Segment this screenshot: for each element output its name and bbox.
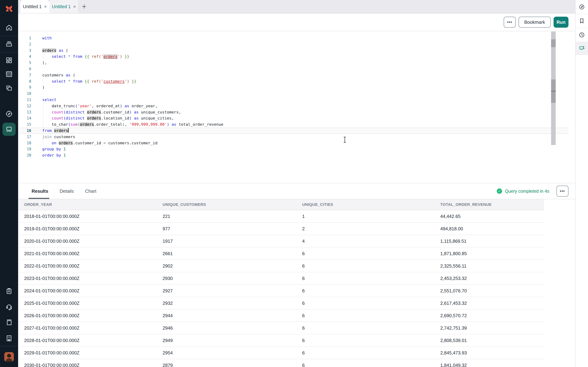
tab-label: Untitled 1 [23,4,42,9]
sidebar-item-collections[interactable] [0,38,18,50]
table-row[interactable]: 2023-01-01T00:00:00.000Z293062,453,253.3… [18,272,544,285]
table-cell: 2021-01-01T00:00:00.000Z [24,251,163,256]
bookmark-icon[interactable] [576,14,588,28]
code-line[interactable]: 19group by 1 [18,146,575,152]
new-tab-button[interactable] [79,0,89,13]
results-tab-chart[interactable]: Chart [85,183,96,199]
code-line[interactable]: 1with [18,35,575,41]
code-line[interactable]: 9) [18,84,575,91]
history-clock-icon[interactable] [576,28,588,42]
sidebar-item-support[interactable] [0,300,18,313]
table-cell: 2930 [163,276,302,281]
table-cell: 2927 [163,288,302,293]
code-line[interactable]: 2 [18,41,575,48]
tab-untitled-2[interactable]: Untitled 1 × [49,0,78,13]
table-row[interactable]: 2022-01-01T00:00:00.000Z290262,325,556.1… [18,260,544,272]
code-text: with [31,36,52,40]
code-line[interactable]: 16from orders [18,128,569,134]
mouse-ibeam-cursor [343,136,346,144]
results-tab-results[interactable]: Results [32,183,48,199]
line-number: 2 [18,41,31,48]
sidebar-item-home[interactable] [0,21,18,34]
table-row[interactable]: 2025-01-01T00:00:00.000Z293262,617,453.3… [18,297,544,309]
table-cell: 2944 [163,313,302,318]
code-line[interactable]: 10 [18,91,575,97]
table-row[interactable]: 2029-01-01T00:00:00.000Z295462,845,473.9… [18,347,544,359]
code-line[interactable]: 12 date_trunc('year', ordered_at) as ord… [18,103,575,109]
code-text: orders as ( [31,48,68,53]
sidebar-item-components[interactable] [0,68,18,81]
explore-compass-icon[interactable] [576,0,588,14]
table-row[interactable]: 2019-01-01T00:00:00.000Z9772494,818.00 [18,223,544,235]
sidebar-item-organization[interactable] [0,332,18,345]
column-header: TOTAL_ORDER_REVENUE [440,202,544,207]
close-icon[interactable]: × [44,4,47,9]
column-header: UNIQUE_CUSTOMERS [163,202,302,207]
sidebar-item-docs[interactable] [0,316,18,329]
code-text: order by 1 [31,153,66,158]
code-line[interactable]: 3orders as ( [18,48,575,54]
code-line[interactable]: 13 count(distinct orders.customer_id) as… [18,109,575,116]
table-row[interactable]: 2028-01-01T00:00:00.000Z294962,808,539.0… [18,334,544,347]
code-line[interactable]: 14 count(distinct orders.location_id) as… [18,115,575,121]
code-line[interactable]: 17join customers [18,134,575,140]
table-cell: 1,871,800.85 [440,251,544,256]
cell-more-button[interactable]: ••• [504,17,516,28]
code-text: customers as ( [31,73,75,77]
code-line[interactable]: 7customers as ( [18,72,575,78]
results-tab-details[interactable]: Details [60,183,74,199]
code-text: select * from {{ ref('orders') }} [31,54,129,59]
close-icon[interactable]: × [73,4,76,9]
code-line[interactable]: 5), [18,60,575,66]
table-cell: 6 [302,313,440,318]
line-number: 14 [18,115,31,121]
table-row[interactable]: 2026-01-01T00:00:00.000Z294462,690,570.7… [18,309,544,322]
results-more-button[interactable]: ••• [556,186,569,197]
table-cell: 494,818.00 [440,226,544,231]
table-cell: 44,442.65 [440,214,544,219]
table-row[interactable]: 2027-01-01T00:00:00.000Z294662,742,751.3… [18,322,544,334]
page-scrollbar[interactable] [551,32,556,145]
sidebar-item-notebook-active[interactable] [2,123,16,136]
table-row[interactable]: 2030-01-01T00:00:00.000Z287961,841,049.3… [18,359,544,367]
code-text: count(distinct orders.location_id) as un… [31,116,174,120]
left-sidebar [0,0,18,367]
table-cell: 2902 [163,263,302,269]
bookmark-button[interactable]: Bookmark [519,17,551,28]
table-cell: 2026-01-01T00:00:00.000Z [24,313,163,318]
code-line[interactable]: 18 on orders.customer_id = customers.cus… [18,140,575,146]
line-number: 16 [18,128,31,134]
table-cell: 4 [302,239,440,244]
table-row[interactable]: 2020-01-01T00:00:00.000Z191741,115,869.5… [18,235,544,248]
sidebar-item-apps[interactable] [0,82,18,94]
code-line[interactable]: 8 select * from {{ ref('customers') }} [18,78,575,84]
code-line[interactable]: 6 [18,66,575,72]
query-status: ✓ Query completed in 4s ••• [497,186,569,197]
table-cell: 6 [302,288,440,293]
sql-editor[interactable]: 1with23orders as (4 select * from {{ ref… [18,31,575,183]
ai-chat-sparkles-icon[interactable] [576,42,588,55]
table-cell: 6 [302,301,440,306]
run-button[interactable]: Run [553,17,569,28]
table-row[interactable]: 2018-01-01T00:00:00.000Z221144,442.65 [18,210,544,223]
code-line[interactable]: 20order by 1 [18,152,575,158]
code-line[interactable]: 4 select * from {{ ref('orders') }} [18,54,575,60]
scrollbar-segment[interactable] [551,39,556,47]
sidebar-item-changelog[interactable] [0,285,18,298]
user-avatar[interactable] [4,352,14,362]
code-line[interactable]: 15 to_char(sum(orders.order_total), '999… [18,121,575,128]
text-caret [68,128,69,133]
line-number: 5 [18,60,31,66]
table-row[interactable]: 2021-01-01T00:00:00.000Z266161,871,800.8… [18,248,544,260]
hex-logo-icon[interactable] [5,5,14,14]
table-cell: 2,325,556.11 [440,263,544,269]
table-cell: 2020-01-01T00:00:00.000Z [24,239,163,244]
tab-untitled-1[interactable]: Untitled 1 × [20,0,49,13]
code-line[interactable]: 11select [18,97,575,103]
tab-label: Untitled 1 [52,4,71,9]
line-number: 17 [18,134,31,140]
sidebar-item-projects[interactable] [0,54,18,67]
sidebar-item-explore[interactable] [0,108,18,120]
table-row[interactable]: 2024-01-01T00:00:00.000Z292762,551,076.7… [18,285,544,297]
table-cell: 2028-01-01T00:00:00.000Z [24,338,163,343]
